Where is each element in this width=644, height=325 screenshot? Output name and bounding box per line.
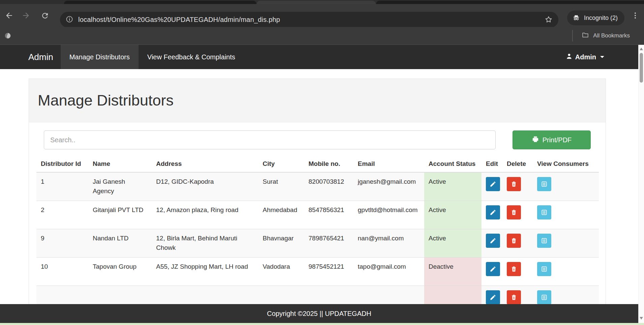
col-distributor-id: Distributor Id	[36, 156, 88, 172]
table-row: 2 Gitanjali PVT LTD 12, Amazon plaza, Ri…	[36, 201, 599, 229]
browser-menu-icon[interactable]	[631, 11, 639, 21]
cell-name: Tapovan Group	[88, 257, 152, 286]
reload-icon[interactable]	[40, 11, 49, 20]
browser-toolbar: localhost/t/Online%20Gas%20UPDATEGADH/ad…	[0, 4, 644, 27]
search-input[interactable]	[44, 130, 496, 149]
incognito-icon	[572, 13, 581, 22]
edit-button[interactable]	[486, 177, 500, 191]
edit-button[interactable]	[486, 290, 500, 304]
view-consumers-button[interactable]	[537, 177, 551, 191]
cell-id: 10	[36, 257, 88, 286]
delete-button[interactable]	[507, 234, 521, 248]
pencil-icon	[490, 181, 496, 187]
incognito-badge[interactable]: Incognito (2)	[567, 10, 624, 25]
search-row: Print/PDF	[44, 130, 591, 149]
browser-window: localhost/t/Online%20Gas%20UPDATEGADH/ad…	[0, 0, 644, 325]
cell-email: nan@ymail.com	[353, 229, 424, 257]
scrollbar[interactable]	[638, 45, 644, 323]
url-text[interactable]: localhost/t/Online%20Gas%20UPDATEGADH/ad…	[78, 16, 280, 24]
edit-button[interactable]	[486, 205, 500, 219]
site-navbar: Admin Manage Distributors View Feedback …	[0, 45, 644, 69]
view-consumers-button[interactable]	[537, 234, 551, 248]
delete-button[interactable]	[507, 205, 521, 219]
pencil-icon	[490, 209, 496, 216]
view-consumers-button[interactable]	[537, 205, 551, 219]
status-badge: Active	[424, 201, 481, 229]
nav-tab-manage-distributors[interactable]: Manage Distributors	[61, 45, 139, 69]
cell-city: Vadodara	[258, 257, 304, 286]
col-account-status: Account Status	[424, 156, 481, 172]
page-title: Manage Distributors	[38, 92, 174, 109]
incognito-label: Incognito (2)	[584, 14, 618, 22]
view-consumers-button[interactable]	[537, 290, 551, 304]
table-header-row: Distributor Id Name Address City Mobile …	[36, 156, 599, 172]
scrollbar-thumb[interactable]	[640, 53, 643, 83]
view-consumers-button[interactable]	[537, 262, 551, 276]
navbar-brand[interactable]: Admin	[28, 45, 53, 69]
cell-name: Nandan LTD	[88, 229, 152, 257]
edit-button[interactable]	[486, 234, 500, 248]
pencil-icon	[490, 237, 496, 244]
trash-icon	[510, 237, 517, 244]
status-badge: Active	[424, 229, 481, 257]
user-menu-label: Admin	[575, 53, 596, 61]
browser-active-tab[interactable]	[257, 1, 376, 4]
table-row: 10 Tapovan Group A55, JZ Shopping Mart, …	[36, 257, 599, 286]
pencil-icon	[490, 266, 496, 272]
globe-favicon-icon[interactable]	[4, 32, 11, 41]
main-panel: Manage Distributors Print/PDF	[29, 79, 606, 325]
col-city: City	[258, 156, 304, 172]
print-pdf-button[interactable]: Print/PDF	[513, 130, 591, 149]
chevron-down-icon	[600, 56, 604, 58]
folder-icon	[582, 31, 589, 40]
list-icon	[541, 181, 548, 187]
nav-tab-view-feedback[interactable]: View Feedback & Complaints	[139, 45, 244, 69]
distributors-table: Distributor Id Name Address City Mobile …	[36, 156, 599, 314]
cell-mobile: 7898765421	[304, 229, 353, 257]
cell-mobile: 8200703812	[304, 172, 353, 201]
trash-icon	[510, 209, 517, 216]
cell-name: Jai Ganesh Agency	[88, 172, 152, 201]
col-address: Address	[152, 156, 258, 172]
forward-icon[interactable]	[22, 11, 30, 20]
bookmarks-bar: All Bookmarks	[0, 27, 644, 45]
col-view-consumers: View Consumers	[533, 156, 599, 172]
list-icon	[541, 209, 548, 216]
site-footer: Copyright ©2025 || UPDATEGADH	[0, 304, 638, 323]
printer-icon	[532, 136, 539, 145]
browser-tab[interactable]	[376, 1, 644, 4]
cell-address: 12, Amazon plaza, Ring road	[152, 201, 258, 229]
cell-address: A55, JZ Shopping Mart, LH road	[152, 257, 258, 286]
list-icon	[541, 237, 548, 244]
scrollbar-down-icon[interactable]	[640, 317, 643, 320]
status-badge: Active	[424, 172, 481, 201]
all-bookmarks-label[interactable]: All Bookmarks	[593, 32, 630, 39]
address-bar[interactable]: localhost/t/Online%20Gas%20UPDATEGADH/ad…	[60, 12, 558, 28]
table-row: 1 Jai Ganesh Agency D12, GIDC-Kapodra Su…	[36, 172, 599, 201]
bookmark-star-icon[interactable]	[544, 15, 553, 25]
page-bottom-strip	[0, 323, 644, 325]
cell-name: Gitanjali PVT LTD	[88, 201, 152, 229]
browser-tab-strip	[0, 0, 644, 4]
scrollbar-up-icon[interactable]	[640, 48, 643, 50]
cell-city: Surat	[258, 172, 304, 201]
back-icon[interactable]	[5, 11, 13, 20]
col-delete: Delete	[502, 156, 533, 172]
browser-tab[interactable]	[64, 1, 256, 4]
cell-id: 9	[36, 229, 88, 257]
edit-button[interactable]	[486, 262, 500, 276]
trash-icon	[510, 266, 517, 272]
page-header: Manage Distributors	[29, 79, 606, 122]
col-name: Name	[88, 156, 152, 172]
delete-button[interactable]	[507, 290, 521, 304]
delete-button[interactable]	[507, 177, 521, 191]
cell-id: 1	[36, 172, 88, 201]
site-info-icon[interactable]	[65, 15, 74, 25]
user-icon	[566, 53, 573, 61]
list-icon	[541, 294, 548, 301]
table-row: 9 Nandan LTD 12, Birla Mart, Behind Maru…	[36, 229, 599, 257]
user-menu[interactable]: Admin	[566, 45, 644, 69]
status-badge: Deactive	[424, 257, 481, 286]
col-email: Email	[353, 156, 424, 172]
delete-button[interactable]	[507, 262, 521, 276]
